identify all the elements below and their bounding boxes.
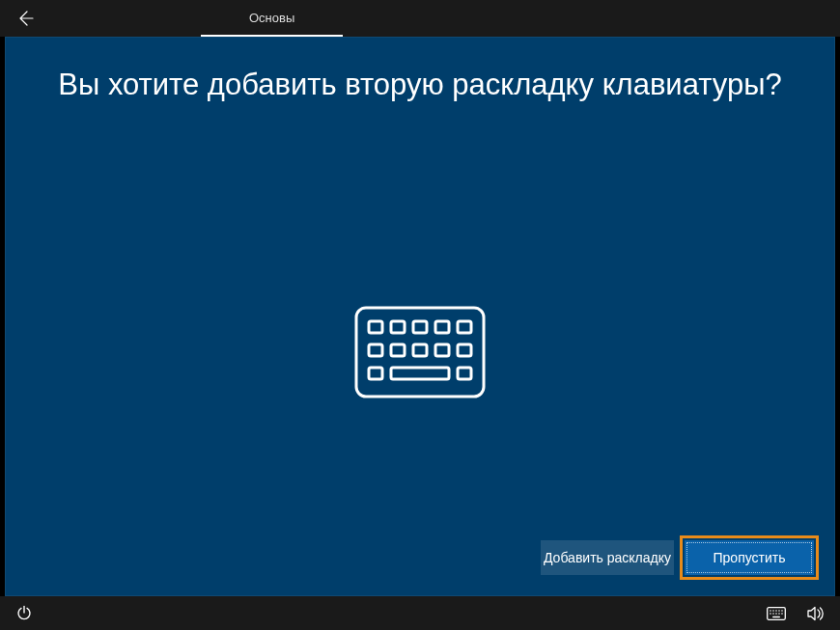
svg-rect-5 — [458, 321, 471, 333]
svg-rect-4 — [435, 321, 449, 333]
svg-point-21 — [770, 613, 771, 615]
svg-rect-12 — [391, 368, 449, 379]
svg-rect-9 — [435, 344, 449, 356]
svg-rect-11 — [369, 368, 382, 379]
skip-button-highlight: Пропустить — [680, 535, 819, 580]
svg-rect-3 — [413, 321, 427, 333]
svg-rect-2 — [391, 321, 405, 333]
svg-rect-8 — [413, 344, 427, 356]
svg-point-23 — [775, 613, 777, 615]
svg-rect-6 — [369, 344, 382, 356]
svg-point-20 — [781, 610, 783, 612]
back-button[interactable] — [14, 7, 37, 30]
tab-basics[interactable]: Основы — [201, 0, 343, 37]
content-pane: Вы хотите добавить вторую раскладку клав… — [5, 37, 835, 596]
svg-rect-1 — [369, 321, 382, 333]
svg-point-24 — [778, 613, 780, 615]
system-bar — [0, 596, 840, 630]
svg-rect-26 — [772, 616, 780, 617]
svg-point-22 — [772, 613, 774, 615]
tab-container: Основы — [201, 0, 343, 37]
svg-rect-10 — [458, 344, 471, 356]
add-layout-label: Добавить раскладку — [544, 550, 671, 565]
footer-actions: Добавить раскладку Пропустить — [541, 535, 819, 580]
svg-point-16 — [770, 610, 771, 612]
title-bar: Основы — [0, 0, 840, 37]
power-icon[interactable] — [15, 605, 33, 622]
skip-button[interactable]: Пропустить — [685, 540, 814, 575]
svg-point-19 — [778, 610, 780, 612]
tab-label: Основы — [249, 11, 294, 25]
svg-rect-13 — [458, 368, 471, 379]
page-heading: Вы хотите добавить вторую раскладку клав… — [6, 65, 834, 105]
add-layout-button[interactable]: Добавить раскладку — [541, 540, 674, 575]
system-bar-left — [15, 605, 33, 622]
keyboard-icon — [352, 304, 488, 404]
skip-label: Пропустить — [714, 550, 786, 565]
back-arrow-icon — [15, 9, 35, 28]
volume-icon[interactable] — [807, 606, 825, 621]
svg-rect-7 — [391, 344, 405, 356]
svg-point-17 — [772, 610, 774, 612]
svg-point-18 — [775, 610, 777, 612]
system-bar-right — [767, 606, 825, 621]
svg-point-25 — [781, 613, 783, 615]
keyboard-osk-icon[interactable] — [767, 607, 786, 620]
